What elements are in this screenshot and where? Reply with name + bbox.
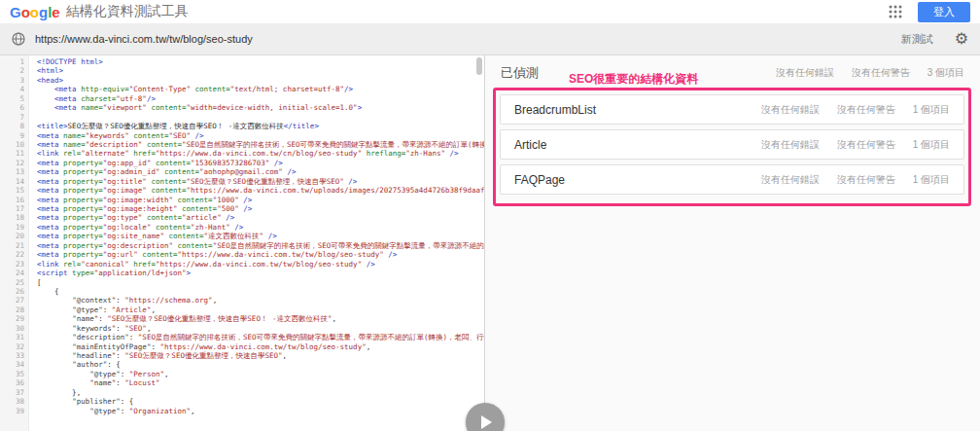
line-number: 30 (0, 324, 24, 333)
line-number: 18 (0, 213, 24, 222)
line-number: 27 (0, 296, 24, 305)
line-number: 24 (0, 269, 24, 277)
row-count: 1 個項目 (913, 138, 950, 152)
code-line: "@context": "https://schema.org", (37, 296, 484, 305)
code-line: <link rel="alternate" href="https://www.… (37, 149, 484, 158)
code-line: <meta property="og:admin_id" content="ao… (37, 167, 484, 176)
line-number: 9 (0, 131, 24, 140)
detected-label: 已偵測 (501, 64, 539, 82)
result-row[interactable]: BreadcrumbList 沒有任何錯誤 沒有任何警告 1 個項目 (500, 94, 964, 125)
line-number: 25 (0, 278, 24, 287)
code-line: <meta property="og:type" content="articl… (37, 213, 484, 222)
code-line: <html> (37, 66, 484, 75)
row-count: 1 個項目 (913, 173, 950, 187)
line-number: 14 (0, 177, 24, 186)
main-content: 1234567891011121314151617181920212223242… (0, 55, 980, 431)
code-line: <meta property="og:site_name" content="達… (37, 232, 484, 240)
result-row[interactable]: FAQPage 沒有任何錯誤 沒有任何警告 1 個項目 (500, 164, 964, 195)
line-number: 15 (0, 186, 24, 195)
code-line: <meta property="og:app_id" content="1536… (37, 159, 484, 167)
app-title: 結構化資料測試工具 (66, 3, 889, 20)
line-number: 23 (0, 260, 24, 269)
line-number: 20 (0, 232, 24, 240)
code-line: <meta property="og:locale" content="zh-H… (37, 223, 484, 232)
line-number: 17 (0, 204, 24, 213)
summary-bar: 沒有任何錯誤 沒有任何警告 3 個項目 (776, 66, 964, 80)
url-bar: 新測試 ⚙ (0, 23, 980, 55)
code-panel[interactable]: 1234567891011121314151617181920212223242… (0, 55, 484, 431)
row-errors: 沒有任何錯誤 (761, 173, 820, 187)
line-number: 10 (0, 140, 24, 149)
row-type-label: BreadcrumbList (514, 103, 761, 117)
code-line: "@type": "Article", (37, 305, 484, 314)
code-scrollbar-thumb[interactable] (476, 57, 482, 75)
line-number: 36 (0, 378, 24, 387)
code-line: [ (37, 278, 484, 287)
apps-grid-icon[interactable] (889, 5, 902, 18)
line-number: 34 (0, 360, 24, 369)
code-line: "publisher": { (37, 397, 484, 406)
row-warnings: 沒有任何警告 (837, 173, 895, 187)
line-number: 6 (0, 103, 24, 112)
line-number: 26 (0, 287, 24, 296)
code-lines: <!DOCTYPE html><html><head> <meta http-e… (29, 55, 484, 431)
line-number: 28 (0, 305, 24, 314)
new-test-button[interactable]: 新測試 (901, 32, 933, 47)
line-number: 5 (0, 94, 24, 103)
line-number: 33 (0, 351, 24, 360)
results-header: 已偵測 沒有任何錯誤 沒有任何警告 3 個項目 (485, 55, 980, 90)
signin-button[interactable]: 登入 (918, 2, 970, 22)
line-number: 37 (0, 388, 24, 397)
line-number: 3 (0, 76, 24, 85)
line-number: 16 (0, 196, 24, 204)
code-line: <meta property="og:image" content="https… (37, 186, 484, 195)
line-number: 2 (0, 66, 24, 75)
line-number: 4 (0, 85, 24, 93)
line-number: 38 (0, 397, 24, 406)
code-line: { (37, 287, 484, 296)
line-number: 29 (0, 314, 24, 323)
globe-icon (12, 32, 25, 46)
code-line: "author": { (37, 360, 484, 369)
detected-rows: BreadcrumbList 沒有任何錯誤 沒有任何警告 1 個項目 Artic… (500, 94, 964, 195)
code-line: "@type": "Organization", (37, 407, 484, 415)
summary-errors: 沒有任何錯誤 (776, 66, 834, 80)
row-errors: 沒有任何錯誤 (761, 103, 820, 117)
row-errors: 沒有任何錯誤 (761, 138, 820, 152)
line-number: 21 (0, 241, 24, 250)
annotation-box: BreadcrumbList 沒有任何錯誤 沒有任何警告 1 個項目 Artic… (493, 88, 971, 206)
row-count: 1 個項目 (913, 103, 950, 117)
row-warnings: 沒有任何警告 (837, 138, 895, 152)
code-line: <meta charset="utf-8"/> (37, 94, 484, 103)
line-number: 1 (0, 57, 24, 66)
row-type-label: Article (514, 138, 761, 152)
code-line: "description": "SEO是自然關鍵字的排名技術，SEO可帶來免費的… (37, 333, 484, 341)
code-line: <script type="application/ld+json"> (37, 269, 484, 277)
line-number: 22 (0, 250, 24, 259)
line-number: 12 (0, 159, 24, 167)
line-number: 32 (0, 342, 24, 351)
line-number: 13 (0, 167, 24, 176)
code-line: <meta property="og:title" content="SEO怎麼… (37, 177, 484, 186)
summary-warnings: 沒有任何警告 (852, 66, 910, 80)
code-line: <meta property="og:image:width" content=… (37, 196, 484, 204)
row-warnings: 沒有任何警告 (837, 103, 895, 117)
line-number: 31 (0, 333, 24, 341)
line-number: 39 (0, 407, 24, 415)
row-type-label: FAQPage (514, 173, 761, 187)
results-panel: 已偵測 沒有任何錯誤 沒有任何警告 3 個項目 SEO很重要的結構化資料 Bre… (485, 55, 980, 431)
code-line: <link rel="canonical" href="https://www.… (37, 260, 484, 269)
code-line: "name": "SEO怎麼做？SEO優化重點整理，快速自學SEO！ -達文西數… (37, 314, 484, 323)
code-line: "@type": "Person", (37, 370, 484, 378)
result-row[interactable]: Article 沒有任何錯誤 沒有任何警告 1 個項目 (500, 129, 964, 160)
code-line: "name": "Locust" (37, 378, 484, 387)
url-input[interactable] (35, 33, 901, 45)
code-line: <title>SEO怎麼做？SEO優化重點整理，快速自學SEO！ -達文西數位科… (37, 122, 484, 130)
settings-gear-icon[interactable]: ⚙ (955, 31, 968, 47)
code-line: <meta property="og:description" content=… (37, 241, 484, 250)
google-logo: Google (10, 4, 60, 20)
line-number: 7 (0, 113, 24, 122)
code-line: "keywords": "SEO", (37, 324, 484, 333)
code-line: <meta property="og:url" content="https:/… (37, 250, 484, 259)
summary-count: 3 個項目 (928, 66, 964, 80)
